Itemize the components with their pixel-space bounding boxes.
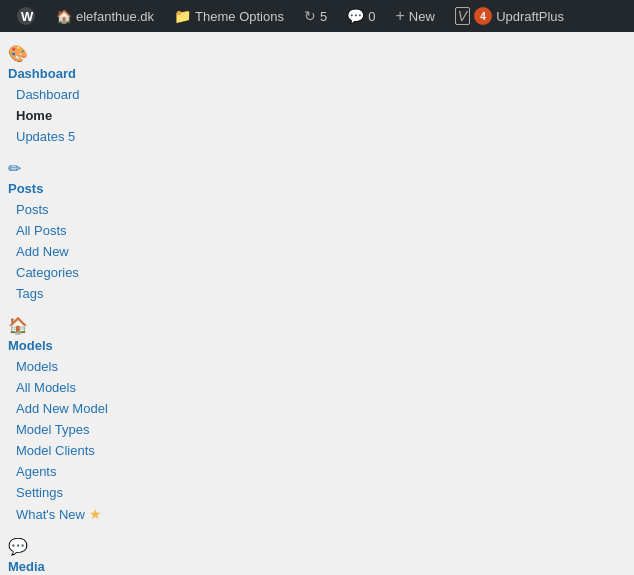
site-name-button[interactable]: 🏠 elefanthue.dk	[48, 0, 162, 32]
dashboard-icon: 🎨	[8, 44, 28, 63]
updates-icon: ↻	[304, 8, 316, 24]
posts-icon-row: ✏	[0, 155, 160, 178]
dashboard-link[interactable]: Dashboard	[0, 63, 160, 84]
tags-link[interactable]: Tags	[0, 283, 160, 304]
main-content	[160, 32, 634, 575]
plus-icon: +	[395, 7, 404, 25]
svg-text:W: W	[21, 9, 34, 24]
models-icon-row: 🏠	[0, 312, 160, 335]
dashboard-sub-link[interactable]: Dashboard	[0, 84, 160, 105]
add-new-post-link[interactable]: Add New	[0, 241, 160, 262]
comments-count-label: 0	[368, 9, 375, 24]
models-link[interactable]: Models	[0, 335, 160, 356]
updates-count-label: 5	[320, 9, 327, 24]
new-content-button[interactable]: + New	[387, 0, 442, 32]
new-label: New	[409, 9, 435, 24]
dashboard-icon-row: 🎨	[0, 40, 160, 63]
all-models-link[interactable]: All Models	[0, 377, 160, 398]
updraft-icon: V	[455, 7, 470, 25]
home-link[interactable]: Home	[0, 105, 160, 126]
posts-section: ✏ Posts Posts All Posts Add New Categori…	[0, 151, 160, 308]
models-section: 🏠 Models Models All Models Add New Model…	[0, 308, 160, 529]
updates-button[interactable]: ↻ 5	[296, 0, 335, 32]
whats-new-label: What's New	[16, 507, 85, 522]
media-link[interactable]: Media	[0, 556, 160, 575]
model-types-link[interactable]: Model Types	[0, 419, 160, 440]
wordpress-icon: W	[16, 6, 36, 26]
comment-icon: 💬	[347, 8, 364, 24]
posts-icon: ✏	[8, 159, 21, 178]
models-icon: 🏠	[8, 316, 28, 335]
site-name-label: elefanthue.dk	[76, 9, 154, 24]
all-posts-link[interactable]: All Posts	[0, 220, 160, 241]
models-sub-link[interactable]: Models	[0, 356, 160, 377]
media-icon-row: 💬	[0, 533, 160, 556]
settings-link[interactable]: Settings	[0, 482, 160, 503]
dashboard-section: 🎨 Dashboard Dashboard Home Updates 5	[0, 36, 160, 151]
admin-bar: W 🏠 elefanthue.dk 📁 Theme Options ↻ 5 💬 …	[0, 0, 634, 32]
media-icon: 💬	[8, 537, 28, 556]
whats-new-link[interactable]: What's New ★	[0, 503, 160, 525]
folder-icon: 📁	[174, 8, 191, 24]
agents-link[interactable]: Agents	[0, 461, 160, 482]
updraft-badge: 4	[474, 7, 492, 25]
admin-sidebar: 🎨 Dashboard Dashboard Home Updates 5 ✏ P…	[0, 32, 160, 575]
star-icon: ★	[89, 506, 102, 522]
categories-link[interactable]: Categories	[0, 262, 160, 283]
media-section: 💬 Media	[0, 529, 160, 575]
theme-options-button[interactable]: 📁 Theme Options	[166, 0, 292, 32]
model-clients-link[interactable]: Model Clients	[0, 440, 160, 461]
updraftplus-button[interactable]: V 4 UpdraftPlus	[447, 0, 572, 32]
theme-options-label: Theme Options	[195, 9, 284, 24]
posts-sub-link[interactable]: Posts	[0, 199, 160, 220]
posts-link[interactable]: Posts	[0, 178, 160, 199]
updraftplus-label: UpdraftPlus	[496, 9, 564, 24]
wp-logo-button[interactable]: W	[8, 0, 44, 32]
comments-button[interactable]: 💬 0	[339, 0, 383, 32]
home-icon: 🏠	[56, 9, 72, 24]
add-new-model-link[interactable]: Add New Model	[0, 398, 160, 419]
updates-link[interactable]: Updates 5	[0, 126, 160, 147]
